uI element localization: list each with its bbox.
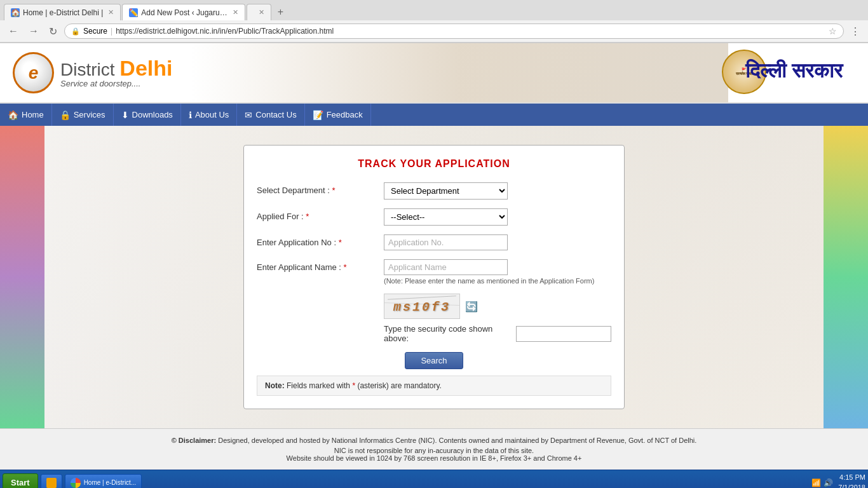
search-button-row: Search [257,352,611,369]
chrome-icon [71,478,81,488]
nav-contact[interactable]: ✉ Contact Us [237,104,304,126]
applicant-name-row: Enter Applicant Name : * (Note: Please e… [257,259,611,285]
applied-for-required: * [306,212,309,221]
captcha-label: Type the security code shown above: [384,324,511,343]
nav-feedback[interactable]: 📝 Feedback [305,104,371,126]
network-icon: 📶 [811,478,821,487]
applicant-name-field[interactable] [384,259,508,275]
application-no-field[interactable] [384,234,508,250]
applied-for-select[interactable]: --Select-- [384,208,508,226]
applicant-name-note: (Note: Please enter the name as mentione… [384,277,611,285]
browser-menu-icon[interactable]: ⋮ [848,24,863,39]
applicant-name-label: Enter Applicant Name : * [257,259,384,272]
site-header: e District Delhi Service at doorstep....… [0,43,868,104]
department-required: * [332,186,336,195]
form-box: Track Your Application Select Department… [243,145,625,409]
clock-time: 4:15 PM [838,473,865,482]
footer: © Disclaimer: Designed, developed and ho… [0,428,868,470]
address-bar-row: ← → ↻ 🔒 Secure | https://edistrict.delhi… [0,20,868,43]
footer-disclaimer-label: © Disclaimer: [172,437,216,444]
captcha-image: ms10f3 [384,294,460,319]
secure-label: Secure [83,27,107,36]
tab-3[interactable]: ✕ [247,4,271,20]
site-title: District Delhi [60,57,172,79]
department-label: Select Department : * [257,182,384,195]
contact-nav-icon: ✉ [245,110,252,120]
url-text[interactable]: https://edistrict.delhigovt.nic.in/in/en… [116,27,825,36]
applicant-name-input: (Note: Please enter the name as mentione… [384,259,611,285]
downloads-nav-icon: ⬇ [121,110,129,120]
note-box: Note: Fields marked with * (asterisk) ar… [257,376,611,396]
new-tab-button[interactable]: + [273,4,288,20]
services-nav-icon: 🔒 [60,110,71,120]
tab-1-close[interactable]: ✕ [108,8,114,17]
feedback-nav-icon: 📝 [313,110,323,120]
captcha-input-field[interactable] [516,326,611,342]
page-content: e District Delhi Service at doorstep....… [0,43,868,470]
logo-letter: e [29,63,39,83]
tab-2-close[interactable]: ✕ [233,8,238,17]
nav-services-label: Services [74,110,105,119]
address-bar[interactable]: 🔒 Secure | https://edistrict.delhigovt.n… [64,24,844,39]
captcha-section: ms10f3 🔄 Type the security code shown ab… [257,294,611,343]
tab-bar: 🏠 Home | e-District Delhi | ✕ ✏️ Add New… [0,0,868,20]
header-bg [191,43,728,102]
tab-3-close[interactable]: ✕ [259,8,264,17]
footer-disclaimer: © Disclaimer: Designed, developed and ho… [13,437,855,444]
captcha-input-row: Type the security code shown above: [384,324,611,343]
header-logo: e District Delhi Service at doorstep.... [13,52,172,93]
nav-home[interactable]: 🏠 Home [0,104,52,126]
home-nav-icon: 🏠 [8,110,18,120]
taskbar-clock: 4:15 PM 7/1/2018 [838,473,865,488]
search-button[interactable]: Search [405,352,463,369]
taskbar-system-tray: 📶 🔊 4:15 PM 7/1/2018 [811,473,865,488]
application-no-label: Enter Application No : * [257,234,384,247]
about-nav-icon: ℹ [189,110,192,120]
tab-2-favicon: ✏️ [129,8,138,17]
site-tagline: Service at doorstep.... [60,79,172,88]
captcha-refresh-icon[interactable]: 🔄 [465,301,478,313]
nav-home-label: Home [22,110,44,119]
application-no-required: * [339,238,342,247]
refresh-button[interactable]: ↻ [46,24,60,39]
applied-for-row: Applied For : * --Select-- [257,208,611,226]
tab-1-label: Home | e-District Delhi | [23,8,103,17]
nav-about[interactable]: ℹ About Us [181,104,237,126]
tab-2[interactable]: ✏️ Add New Post ‹ Jugaru… ✕ [122,4,245,20]
back-button[interactable]: ← [5,24,22,38]
note-label: Note: [265,381,285,390]
department-select[interactable]: Select Department [384,182,508,200]
hindi-title: दिल्ली सरकार [745,59,843,83]
secure-lock-icon: 🔒 [71,27,80,36]
navbar: 🏠 Home 🔒 Services ⬇ Downloads ℹ About Us… [0,104,868,126]
start-button[interactable]: Start [3,473,38,489]
nav-downloads[interactable]: ⬇ Downloads [114,104,181,126]
taskbar-file-explorer[interactable] [41,474,62,489]
applied-for-input: --Select-- [384,208,611,226]
nav-services[interactable]: 🔒 Services [52,104,114,126]
nav-feedback-label: Feedback [327,110,363,119]
taskbar-chrome-label: Home | e-District... [84,479,137,486]
applicant-name-required: * [344,262,347,272]
taskbar-chrome[interactable]: Home | e-District... [65,474,142,489]
browser-chrome: 🏠 Home | e-District Delhi | ✕ ✏️ Add New… [0,0,868,43]
file-explorer-icon [46,478,57,488]
taskbar-sys-icons: 📶 🔊 [811,478,833,487]
form-title: Track Your Application [257,158,611,170]
nav-contact-label: Contact Us [255,110,296,119]
bookmark-icon[interactable]: ☆ [829,26,837,36]
logo-circle: e [13,52,54,93]
department-input: Select Department [384,182,611,200]
forward-button[interactable]: → [25,24,42,38]
footer-line3: Website should be viewed in 1024 by 768 … [13,454,855,462]
footer-line2: NIC is not responsible for any in-acuura… [13,447,855,454]
captcha-image-row: ms10f3 🔄 [384,294,611,319]
applied-for-label: Applied For : * [257,208,384,221]
application-no-row: Enter Application No : * [257,234,611,250]
logo-text: District Delhi Service at doorstep.... [60,57,172,88]
volume-icon: 🔊 [824,478,833,487]
note-suffix: (asterisk) are mandatory. [357,381,442,390]
nav-downloads-label: Downloads [132,110,173,119]
tab-1[interactable]: 🏠 Home | e-District Delhi | ✕ [4,4,121,20]
note-text: Fields marked with [287,381,352,390]
